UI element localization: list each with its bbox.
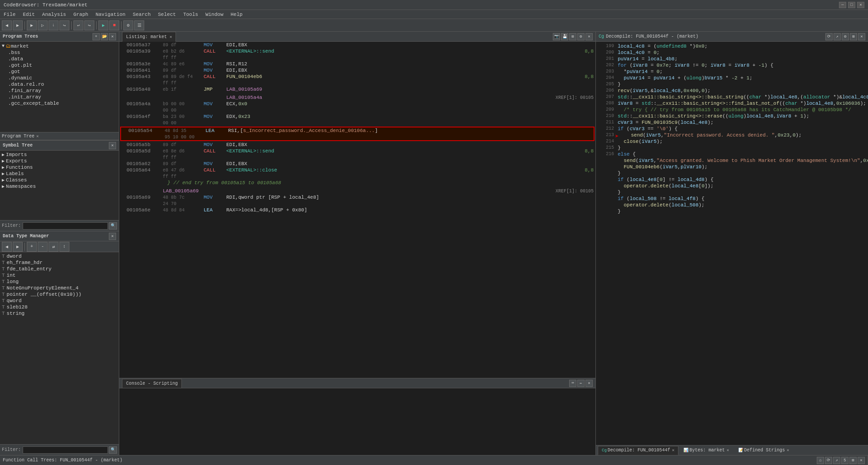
tb-play2[interactable]: ▷ — [38, 20, 48, 30]
tree-item-dynamic[interactable]: .dynamic — [1, 75, 118, 81]
dec-close[interactable]: ✕ — [858, 33, 865, 40]
console-tb1[interactable]: ⌨ — [569, 380, 576, 387]
tb-misc1[interactable]: ⚙ — [123, 20, 133, 30]
tb-undo[interactable]: ↩ — [73, 20, 83, 30]
dtm-back-btn[interactable]: ◀ — [2, 242, 12, 252]
dtm-add-btn[interactable]: + — [27, 242, 37, 252]
dtm-filter-btn[interactable]: 🔍 — [109, 446, 117, 454]
menu-window[interactable]: Window — [202, 10, 227, 19]
asm-bytes: ff ff — [163, 55, 204, 60]
dtm-qword[interactable]: T qword — [1, 298, 118, 304]
tree-item-fini[interactable]: .fini_array — [1, 88, 118, 94]
dec-tab-bytes[interactable]: 📊 Bytes: market ✕ — [679, 446, 733, 455]
dtm-eh-frame[interactable]: T eh_frame_hdr — [1, 259, 118, 266]
tree-item-data[interactable]: .data — [1, 56, 118, 62]
listing-tab[interactable]: Listing: market ✕ — [122, 32, 176, 42]
tb-back[interactable]: ◀ — [2, 20, 12, 30]
dec-tab-strings[interactable]: 📝 Defined Strings ✕ — [734, 446, 793, 455]
st-exports[interactable]: ▶ Exports — [1, 158, 118, 164]
menu-select[interactable]: Select — [154, 10, 180, 19]
menu-analysis[interactable]: Analysis — [39, 10, 70, 19]
st-classes[interactable]: ▶ Classes — [1, 177, 118, 183]
program-tree-tab-close[interactable]: ✕ — [36, 134, 39, 139]
tb-step2[interactable]: ↪ — [59, 20, 69, 30]
console-title[interactable]: Console - Scripting — [122, 379, 182, 388]
dtm-notegnu[interactable]: T NoteGnuPropertyElement_4 — [1, 285, 118, 291]
symbol-filter-input[interactable] — [23, 222, 108, 230]
dtm-fde-table[interactable]: T fde_table_entry — [1, 266, 118, 272]
tree-item-init[interactable]: .init_array — [1, 94, 118, 100]
minimize-button[interactable]: — — [839, 2, 846, 8]
tree-item-gcc-except[interactable]: .gcc_except_table — [1, 100, 118, 107]
maximize-button[interactable]: □ — [848, 2, 855, 8]
st-imports[interactable]: ▶ Imports — [1, 152, 118, 158]
ct-home[interactable]: ⌂ — [817, 457, 824, 464]
tree-item-bss[interactable]: .bss — [1, 49, 118, 56]
listing-close[interactable]: ✕ — [170, 34, 172, 39]
tb-play[interactable]: ▶ — [27, 20, 37, 30]
tb-redo[interactable]: ↪ — [84, 20, 94, 30]
dtm-sort-btn[interactable]: ↕ — [59, 242, 69, 252]
close-button[interactable]: ✕ — [857, 2, 864, 8]
filter-btn[interactable]: 🔍 — [109, 222, 117, 230]
ct-expand[interactable]: ⊞ — [849, 457, 857, 464]
program-tree-tab[interactable]: Program Tree ✕ — [0, 132, 119, 140]
dtm-fwd-btn[interactable]: ▶ — [13, 242, 23, 252]
ct-export[interactable]: ↗ — [833, 457, 840, 464]
dec-expand[interactable]: ⊞ — [850, 33, 857, 40]
tb-forward[interactable]: ▶ — [13, 20, 23, 30]
dec-refresh[interactable]: ⟳ — [825, 33, 833, 40]
listing-tb-camera[interactable]: 📷 — [553, 33, 560, 40]
dtm-pointer[interactable]: T pointer __(offset(0x10))) — [1, 291, 118, 298]
tb-run-green[interactable]: ▶ — [98, 20, 108, 30]
dec-export[interactable]: ↗ — [834, 33, 841, 40]
dtm-dword[interactable]: T dword — [1, 253, 118, 259]
strings-tab-close[interactable]: ✕ — [787, 448, 789, 453]
st-close-btn[interactable]: ✕ — [109, 142, 116, 149]
menu-file[interactable]: File — [0, 10, 19, 19]
listing-tb-settings[interactable]: ⚙ — [577, 33, 585, 40]
dec-tab-decompile[interactable]: Cg Decompile: FUN_0010544f ✕ — [598, 446, 678, 455]
menu-tools[interactable]: Tools — [180, 10, 202, 19]
dtm-filter-input[interactable] — [23, 446, 108, 454]
menu-navigation[interactable]: Navigation — [92, 10, 129, 19]
assembly-listing[interactable]: 00105a37 89 df MOV EDI,EBX 00105a39 e8 b… — [119, 42, 595, 378]
tb-misc2[interactable]: ☰ — [134, 20, 144, 30]
tree-item-market[interactable]: ▼ 🗂 market — [1, 43, 118, 49]
menu-help[interactable]: Help — [227, 10, 246, 19]
dtm-del-btn[interactable]: - — [38, 242, 48, 252]
decompile-content[interactable]: 199 local_4c8 = (undefined8 *)0x0; 200 l… — [596, 42, 868, 445]
tree-item-datarel[interactable]: .data.rel.ro — [1, 81, 118, 88]
tb-stop[interactable]: ■ — [109, 20, 119, 30]
bytes-tab-close[interactable]: ✕ — [727, 448, 729, 453]
console-close[interactable]: ✕ — [585, 380, 593, 387]
dec-settings[interactable]: ⚙ — [842, 33, 849, 40]
listing-tb-expand[interactable]: ⊞ — [569, 33, 576, 40]
tree-item-gotplt[interactable]: .got.plt — [1, 62, 118, 69]
pt-add-btn[interactable]: + — [93, 33, 100, 40]
dtm-string[interactable]: T string — [1, 310, 118, 317]
ct-close[interactable]: ✕ — [858, 457, 865, 464]
menu-search[interactable]: Search — [129, 10, 155, 19]
console-tb2[interactable]: ✏ — [577, 380, 585, 387]
dtm-close-btn[interactable]: ✕ — [109, 233, 116, 240]
st-functions[interactable]: ▶ Functions — [1, 164, 118, 171]
pt-close-btn[interactable]: ✕ — [109, 33, 116, 40]
st-labels[interactable]: ▶ Labels — [1, 171, 118, 177]
dtm-long[interactable]: T long — [1, 279, 118, 285]
tb-step[interactable]: ↓ — [49, 20, 59, 30]
pt-folder-btn[interactable]: 📂 — [101, 33, 108, 40]
dec-tab-close[interactable]: ✕ — [672, 448, 674, 453]
tree-item-got[interactable]: .got — [1, 69, 118, 75]
st-namespaces[interactable]: ▶ Namespaces — [1, 183, 118, 190]
menu-graph[interactable]: Graph — [70, 10, 92, 19]
ct-num[interactable]: 5 — [841, 457, 848, 464]
listing-tb-save[interactable]: 💾 — [561, 33, 568, 40]
dtm-sync-btn[interactable]: ⇄ — [49, 242, 59, 252]
dtm-int[interactable]: T int — [1, 272, 118, 279]
console-content[interactable] — [119, 388, 595, 455]
listing-close-btn[interactable]: ✕ — [585, 33, 593, 40]
dtm-sleb128[interactable]: T sleb128 — [1, 304, 118, 310]
ct-refresh[interactable]: ⟳ — [825, 457, 832, 464]
menu-edit[interactable]: Edit — [19, 10, 38, 19]
